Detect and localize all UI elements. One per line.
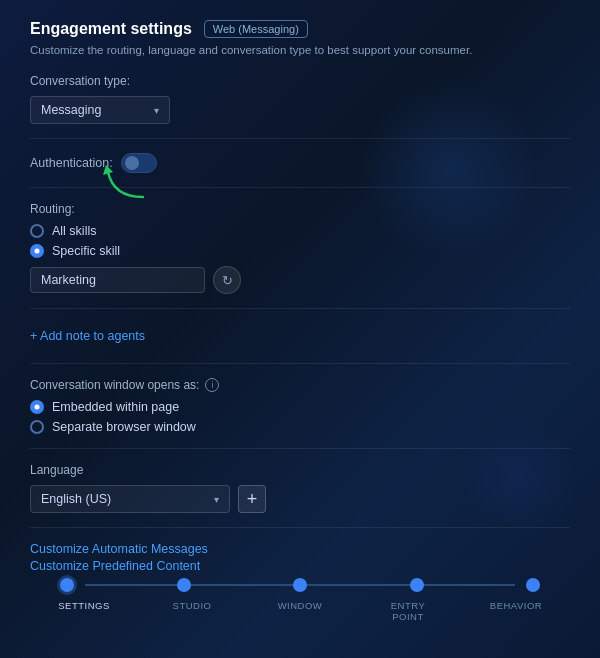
stepper: SETTINGS STUDIO WINDOW ENTRY POINT BEHAV… bbox=[30, 578, 570, 638]
conversation-window-label: Conversation window opens as: bbox=[30, 378, 199, 392]
stepper-label-entry-point: ENTRY POINT bbox=[378, 600, 438, 622]
stepper-track bbox=[30, 578, 570, 592]
stepper-dot-window[interactable] bbox=[293, 578, 307, 592]
add-note-link[interactable]: + Add note to agents bbox=[30, 329, 145, 343]
divider-1 bbox=[30, 138, 570, 139]
conversation-window-row: Conversation window opens as: i bbox=[30, 378, 570, 392]
radio-circle-embedded bbox=[30, 400, 44, 414]
page-subtitle: Customize the routing, language and conv… bbox=[30, 44, 570, 56]
stepper-dot-behavior[interactable] bbox=[526, 578, 540, 592]
refresh-button[interactable]: ↻ bbox=[213, 266, 241, 294]
info-icon[interactable]: i bbox=[205, 378, 219, 392]
conversation-window-radio-group: Embedded within page Separate browser wi… bbox=[30, 400, 570, 434]
stepper-dot-studio[interactable] bbox=[177, 578, 191, 592]
divider-4 bbox=[30, 363, 570, 364]
page-title: Engagement settings bbox=[30, 20, 192, 38]
divider-3 bbox=[30, 308, 570, 309]
language-dropdown[interactable]: English (US) ▾ bbox=[30, 485, 230, 513]
conversation-type-value: Messaging bbox=[41, 103, 101, 117]
routing-option-all-skills[interactable]: All skills bbox=[30, 224, 570, 238]
customize-content-link[interactable]: Customize Predefined Content bbox=[30, 559, 570, 573]
stepper-labels: SETTINGS STUDIO WINDOW ENTRY POINT BEHAV… bbox=[30, 600, 570, 622]
routing-radio-group: All skills Specific skill bbox=[30, 224, 570, 258]
toggle-thumb bbox=[125, 156, 139, 170]
authentication-toggle[interactable] bbox=[121, 153, 157, 173]
language-value: English (US) bbox=[41, 492, 111, 506]
routing-option-specific-skill-label: Specific skill bbox=[52, 244, 120, 258]
add-language-button[interactable]: + bbox=[238, 485, 266, 513]
stepper-label-settings: SETTINGS bbox=[54, 600, 114, 622]
divider-2 bbox=[30, 187, 570, 188]
routing-label: Routing: bbox=[30, 202, 570, 216]
stepper-label-behavior: BEHAVIOR bbox=[486, 600, 546, 622]
window-option-separate-label: Separate browser window bbox=[52, 420, 196, 434]
customize-messages-link[interactable]: Customize Automatic Messages bbox=[30, 542, 570, 556]
conversation-type-label: Conversation type: bbox=[30, 74, 570, 88]
language-row: English (US) ▾ + bbox=[30, 485, 570, 513]
stepper-dot-entry-point[interactable] bbox=[410, 578, 424, 592]
toggle-track bbox=[121, 153, 157, 173]
window-option-embedded[interactable]: Embedded within page bbox=[30, 400, 570, 414]
radio-circle-specific-skill bbox=[30, 244, 44, 258]
language-chevron-icon: ▾ bbox=[214, 494, 219, 505]
radio-circle-separate bbox=[30, 420, 44, 434]
language-label: Language bbox=[30, 463, 570, 477]
divider-5 bbox=[30, 448, 570, 449]
stepper-dot-settings[interactable] bbox=[60, 578, 74, 592]
routing-option-all-skills-label: All skills bbox=[52, 224, 96, 238]
stepper-label-window: WINDOW bbox=[270, 600, 330, 622]
stepper-label-studio: STUDIO bbox=[162, 600, 222, 622]
skill-row: ↻ bbox=[30, 266, 570, 294]
channel-badge: Web (Messaging) bbox=[204, 20, 308, 38]
routing-section: Routing: All skills Specific skill ↻ bbox=[30, 202, 570, 294]
skill-input[interactable] bbox=[30, 267, 205, 293]
window-option-separate[interactable]: Separate browser window bbox=[30, 420, 570, 434]
authentication-label: Authentication: bbox=[30, 156, 113, 170]
divider-6 bbox=[30, 527, 570, 528]
conversation-type-dropdown[interactable]: Messaging ▾ bbox=[30, 96, 170, 124]
routing-option-specific-skill[interactable]: Specific skill bbox=[30, 244, 570, 258]
window-option-embedded-label: Embedded within page bbox=[52, 400, 179, 414]
radio-circle-all-skills bbox=[30, 224, 44, 238]
authentication-row: Authentication: bbox=[30, 153, 570, 173]
chevron-down-icon: ▾ bbox=[154, 105, 159, 116]
